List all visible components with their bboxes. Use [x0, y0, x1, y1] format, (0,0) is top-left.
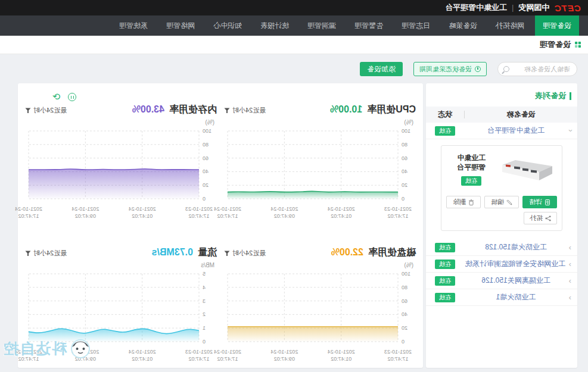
- chevron-right-icon[interactable]: ›: [569, 260, 571, 268]
- collect-cycle-button[interactable]: 设备状态采集周期: [413, 62, 487, 76]
- chart-traffic: 流量 0.73MB/s 最近24小时 MB/s 012345 2021-10-2…: [25, 246, 217, 364]
- nav-item-log-mgmt[interactable]: 日志管理: [394, 15, 438, 36]
- area-plot: 020406080100: [224, 127, 416, 206]
- chart-title: 磁盘使用率: [368, 246, 416, 259]
- svg-text:3: 3: [203, 298, 206, 304]
- search-icon[interactable]: [503, 66, 509, 72]
- nav-item-system-mgmt[interactable]: 系统管理: [111, 15, 155, 36]
- topology-button[interactable]: 拓扑: [524, 212, 557, 224]
- area-plot: 020406080100: [25, 127, 217, 206]
- svg-text:0: 0: [203, 339, 206, 345]
- chevron-right-icon[interactable]: ›: [569, 277, 571, 285]
- chart-title: 内存使用率: [169, 104, 217, 116]
- x-tick-label: 2021-10-2409:47:02: [64, 349, 106, 362]
- nav-item-knowledge-center[interactable]: 知识中心: [206, 15, 250, 36]
- detail-button-label: 详情: [529, 198, 542, 207]
- search-input[interactable]: [513, 65, 571, 73]
- trash-icon: [468, 199, 474, 205]
- filter-funnel-icon: [25, 108, 31, 114]
- filter-funnel-icon: [224, 108, 230, 114]
- device-name-link[interactable]: 工业防火墙150.128: [464, 242, 577, 252]
- nav-item-vuln-mgmt[interactable]: 漏洞管理: [300, 15, 344, 36]
- time-range-filter[interactable]: 最近24小时: [224, 249, 266, 258]
- x-tick-label: 2021-10-2317:47:02: [178, 349, 220, 362]
- device-table-header: 设备名称 状态: [426, 107, 577, 123]
- column-device-name: 设备名称: [465, 110, 577, 120]
- chart-current-value: 10.00%: [330, 104, 362, 115]
- device-name-link[interactable]: 工业网络安全智能监测审计系统: [464, 259, 577, 269]
- time-range-filter[interactable]: 最近24小时: [224, 106, 266, 115]
- device-row[interactable]: › 工业网络安全智能监测审计系统 在线: [426, 256, 577, 273]
- add-device-button[interactable]: 添加设备: [360, 62, 403, 76]
- org-name: 中国网安: [518, 2, 549, 13]
- delete-button[interactable]: 删除: [446, 196, 481, 208]
- time-range-label: 最近24小时: [232, 106, 266, 115]
- x-axis-labels: 2021-10-2317:47:022021-10-2401:47:022021…: [25, 349, 217, 364]
- x-tick-label: 2021-10-2409:47:02: [64, 206, 106, 220]
- time-range-filter[interactable]: 最近24小时: [25, 249, 67, 258]
- device-row-expanded[interactable]: › 工业集中管理平台 在线: [426, 123, 577, 139]
- pause-icon[interactable]: [68, 93, 76, 101]
- device-row[interactable]: › 工业防火墙150.128 在线: [426, 239, 577, 256]
- chart-current-value: 22.00%: [331, 247, 363, 258]
- filter-funnel-icon: [224, 251, 230, 257]
- x-tick-label: 2021-10-2417:47:02: [8, 206, 49, 220]
- svg-text:80: 80: [402, 285, 407, 290]
- axis-unit: (%): [224, 119, 416, 127]
- chart-memory-usage: 内存使用率 43.00% 最近24小时 (%) 020406080100 202…: [25, 104, 217, 221]
- x-tick-label: 2021-10-2317:47:02: [377, 206, 419, 220]
- device-detail-card: 工业集中 管理平台 在线 详情 编辑 删除: [441, 145, 562, 231]
- refresh-icon[interactable]: ⟳: [52, 92, 60, 102]
- nav-item-device-mgmt[interactable]: 设备管理: [535, 15, 579, 36]
- delete-button-label: 删除: [453, 198, 466, 207]
- nav-item-network-topology[interactable]: 网络拓扑: [488, 15, 532, 36]
- product-name: 工业集中管理平台: [445, 2, 507, 13]
- device-name-link[interactable]: 工业集中管理平台: [464, 126, 577, 136]
- breadcrumb: 设备管理: [0, 36, 588, 54]
- top-bar: CETC 中国网安 | 工业集中管理平台: [0, 0, 588, 15]
- nav-item-network-mgmt[interactable]: 网络管理: [158, 15, 203, 36]
- svg-text:40: 40: [203, 168, 209, 174]
- device-search-box[interactable]: [497, 62, 577, 76]
- svg-text:100: 100: [203, 128, 211, 134]
- device-list-title: 设备列表: [426, 83, 577, 107]
- device-name-link[interactable]: 工业隔离网关150.126: [464, 276, 577, 286]
- topology-icon: [545, 215, 551, 221]
- time-range-label: 最近24小时: [33, 106, 67, 115]
- nav-item-device-policy[interactable]: 设备策略: [441, 15, 485, 36]
- device-row[interactable]: › 工业防火墙1 在线: [426, 289, 577, 306]
- x-tick-label: 2021-10-2317:47:02: [377, 349, 419, 362]
- x-tick-label: 2021-10-2401:47:02: [321, 206, 362, 220]
- device-name-line1: 工业集中: [446, 153, 496, 162]
- svg-text:20: 20: [402, 182, 407, 188]
- time-range-filter[interactable]: 最近24小时: [25, 106, 67, 115]
- x-axis-labels: 2021-10-2317:47:022021-10-2401:47:022021…: [224, 206, 416, 221]
- chevron-right-icon[interactable]: ›: [569, 293, 571, 301]
- nav-item-alarm-mgmt[interactable]: 告警管理: [347, 15, 391, 36]
- status-badge: 在线: [435, 293, 455, 302]
- axis-unit: (%): [25, 119, 217, 127]
- device-row[interactable]: › 工业隔离网关150.126 在线: [426, 273, 577, 289]
- page-title: 设备管理: [540, 39, 571, 50]
- chevron-down-icon[interactable]: ›: [566, 129, 574, 132]
- chart-current-value: 43.00%: [132, 104, 164, 115]
- svg-text:1: 1: [203, 325, 206, 331]
- device-name-link[interactable]: 工业防火墙1: [464, 292, 577, 302]
- status-badge: 在线: [435, 126, 455, 136]
- svg-text:0: 0: [402, 339, 405, 345]
- status-badge: 在线: [435, 243, 455, 252]
- column-status: 状态: [426, 110, 464, 120]
- detail-button[interactable]: 详情: [522, 196, 557, 208]
- svg-text:40: 40: [402, 311, 407, 317]
- add-device-label: 添加设备: [367, 64, 396, 74]
- chevron-right-icon[interactable]: ›: [569, 243, 571, 251]
- edit-button[interactable]: 编辑: [484, 196, 519, 208]
- x-axis-labels: 2021-10-2317:47:022021-10-2401:47:022021…: [224, 349, 416, 364]
- nav-item-report[interactable]: 统计报表: [253, 15, 297, 36]
- title-accent-bar: [570, 92, 571, 100]
- device-name-line2: 管理平台: [446, 162, 496, 172]
- toolbar: 设备状态采集周期 添加设备: [360, 62, 577, 76]
- svg-text:60: 60: [402, 155, 407, 161]
- svg-text:60: 60: [402, 298, 407, 304]
- x-tick-label: 2021-10-2401:47:02: [321, 349, 362, 362]
